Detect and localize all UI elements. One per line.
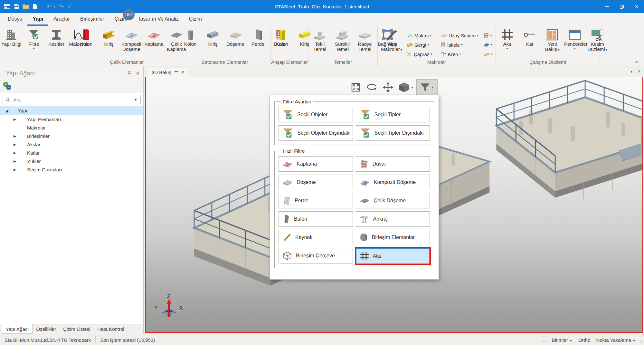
resize-grip[interactable] <box>639 340 643 344</box>
quick-filter-button-duvar[interactable]: Duvar <box>356 156 430 172</box>
ribbon-button-kesitler[interactable]: Kesitler <box>45 28 68 47</box>
restore-button[interactable] <box>614 0 629 13</box>
collapsed-arrow-icon[interactable]: ▶ <box>14 168 17 171</box>
undo-icon[interactable]: ↶ <box>47 4 52 10</box>
bottom-tab-hata-kontrol[interactable]: Hata Kontrol <box>94 324 128 334</box>
tabgroup-close-icon[interactable]: × <box>638 68 641 75</box>
quick-filter-button-kompozit-doseme[interactable]: Kompozit Döşeme <box>356 175 430 190</box>
new-document-icon[interactable] <box>33 4 37 10</box>
undo-dropdown-icon[interactable]: ▾ <box>54 5 55 8</box>
ribbon-button-kaplama[interactable]: Kaplama <box>143 28 165 47</box>
view-cube-button[interactable]: ▼ <box>396 80 416 95</box>
collapse-all-icon[interactable]: − <box>6 85 11 90</box>
ribbon-button-radye-temel[interactable]: Radye Temel <box>354 28 376 52</box>
ribbon-button-iskele[interactable]: İskele▾ <box>440 41 483 49</box>
tree-item-makrolar[interactable]: Makrolar <box>0 123 143 132</box>
yeni-bakis-dropdown-icon[interactable]: ▾ <box>558 48 559 52</box>
quick-filter-button-kaplama[interactable]: Kaplama <box>279 156 353 172</box>
tab-list-dropdown-icon[interactable]: ▼ <box>630 70 633 73</box>
ribbon-button-ahsap-kolon[interactable]: Kolon <box>271 28 293 47</box>
ribbon-button-yapi-makrolar[interactable]: Yapı Makrolar▾ <box>380 28 403 53</box>
ribbon-button-beton-kolon[interactable]: Kolon <box>179 28 202 47</box>
close-button[interactable] <box>629 0 644 13</box>
ribbon-button-capraz[interactable]: Çapraz▾ <box>406 50 440 58</box>
ribbon-button-makas[interactable]: Makas▾ <box>406 31 440 40</box>
orbit-button[interactable] <box>364 80 380 95</box>
units-toggle[interactable]: Birimler▼ <box>552 337 573 343</box>
filter-button-secili-objeler-disindaki[interactable]: Seçili Objeler Dışındaki <box>279 125 353 141</box>
ortho-toggle[interactable]: Ortho <box>578 337 591 343</box>
open-folder-icon[interactable] <box>23 4 29 9</box>
quick-filter-button-celik-doseme[interactable]: Çelik Döşeme <box>356 193 430 208</box>
ribbon-button-uzay-sistem[interactable]: Uzay Sistem▾ <box>440 31 483 40</box>
pin-icon[interactable] <box>127 71 131 76</box>
ribbon-button-yapi-bilgi[interactable]: Yapı Bilgi <box>0 28 23 47</box>
tab-close-icon[interactable]: × <box>181 71 184 74</box>
view-cube-dropdown-icon[interactable]: ▼ <box>411 86 414 89</box>
expanded-arrow-icon[interactable] <box>5 109 8 112</box>
tab-pin-icon[interactable] <box>174 70 178 74</box>
viewport-tab-3d-bakis[interactable]: 3D Bakış × <box>148 68 188 77</box>
panel-close-icon[interactable]: × <box>136 71 139 76</box>
quick-filter-button-birlesim-elemanlar[interactable]: Birleşim Elemanlar <box>356 230 430 245</box>
bottom-tab-ozellikler[interactable]: Özellikler <box>33 324 60 334</box>
filtre-dropdown-icon[interactable]: ▾ <box>33 47 34 50</box>
quick-filter-button-birlesim-cerceve[interactable]: Birleşim Çerçeve <box>279 248 353 264</box>
collapsed-arrow-icon[interactable]: ▶ <box>14 143 17 146</box>
ribbon-button-filtre[interactable]: Filtre ▾ <box>23 28 45 50</box>
tab-tasarim-ve-analiz[interactable]: Tasarım Ve Analiz <box>133 13 184 26</box>
quick-filter-button-ankraj[interactable]: Ankraj <box>356 211 430 227</box>
quick-filter-button-aks[interactable]: Aks <box>356 248 430 264</box>
ribbon-button-pencereler[interactable]: Pencereler ▾ <box>564 28 586 50</box>
minimize-button[interactable] <box>600 0 614 13</box>
filter-dropdown-icon[interactable]: ▼ <box>431 86 434 89</box>
units-dropdown-icon[interactable]: ▼ <box>569 339 573 342</box>
search-input[interactable] <box>13 97 134 103</box>
tree-item-akslar[interactable]: ▶Akslar <box>0 140 143 149</box>
tree-item-secim-gruplari[interactable]: ▶Seçim Gurupları <box>0 165 143 174</box>
quick-filter-button-kaynak[interactable]: Kaynak <box>279 230 353 245</box>
ribbon-button-gergi[interactable]: Gergi▾ <box>406 41 440 49</box>
tab-araclar[interactable]: Araçlar <box>48 13 75 26</box>
tree-item-birlesimler[interactable]: ▶Birleşimler <box>0 132 143 140</box>
customize-qat-icon[interactable]: ▼̅ <box>67 5 71 9</box>
yapi-makrolar-dropdown-icon[interactable]: ▾ <box>401 48 402 52</box>
tree-item-katlar[interactable]: ▶Katlar <box>0 149 143 157</box>
filter-button-secili-tipler-disindaki[interactable]: Seçili Tipler Dışındaki <box>356 125 430 141</box>
tab-dosya[interactable]: Dosya <box>3 13 27 26</box>
ribbon-button-beton-kiris[interactable]: Kiriş <box>202 28 224 47</box>
ribbon-button-celik-kiris[interactable]: Kiriş <box>98 28 120 47</box>
redo-icon[interactable]: ↷ <box>59 4 64 10</box>
collapsed-arrow-icon[interactable]: ▶ <box>14 151 17 155</box>
ribbon-button-doseme[interactable]: Döşeme <box>224 28 247 47</box>
ribbon-button-tekil-temel[interactable]: Tekil Temel <box>308 28 331 52</box>
ribbon-button-perde[interactable]: Perde <box>247 28 269 47</box>
tree-item-yapi[interactable]: Yapı <box>0 106 143 115</box>
quick-filter-button-perde[interactable]: Perde <box>279 193 353 208</box>
filter-button-secili-tipler[interactable]: Seçili Tipler <box>356 107 430 122</box>
tree-item-yukler[interactable]: ▶Yükler <box>0 157 143 165</box>
collapsed-arrow-icon[interactable]: ▶ <box>14 134 17 138</box>
tab-birlesimler[interactable]: Birleşimler <box>75 13 109 26</box>
filter-button[interactable]: ▼ <box>416 79 438 95</box>
ribbon-button-yeni-bakis[interactable]: Yeni Bakış▾ <box>541 28 564 53</box>
snap-toggle[interactable]: Nokta Yakalama▼ <box>596 337 636 343</box>
search-dropdown-icon[interactable]: ▼ <box>134 98 137 101</box>
save-icon[interactable] <box>14 4 19 10</box>
quick-filter-button-bulon[interactable]: Bulon <box>279 211 353 227</box>
aks-dropdown-icon[interactable]: ▾ <box>506 47 508 50</box>
tab-yapi[interactable]: Yapı <box>27 13 48 26</box>
collapsed-arrow-icon[interactable]: ▶ <box>14 118 17 121</box>
filter-button-secili-objeler[interactable]: Seçili Objeler <box>279 107 353 122</box>
quick-filter-button-doseme[interactable]: Döşeme <box>279 175 353 190</box>
3d-viewport[interactable]: ▼ ▼ Filtre Ayarları Seçili Objeler <box>145 77 643 333</box>
ribbon-collapse-icon[interactable] <box>634 59 639 65</box>
tab-cizim-2[interactable]: Çizim <box>184 13 207 26</box>
ribbon-button-kompozit-doseme[interactable]: Kompozit Döşeme <box>120 28 143 52</box>
snap-dropdown-icon[interactable]: ▼ <box>632 339 636 342</box>
collapsed-arrow-icon[interactable]: ▶ <box>14 159 17 163</box>
zoom-extents-button[interactable] <box>348 80 364 95</box>
pan-button[interactable] <box>380 80 396 95</box>
ribbon-button-aks[interactable]: Aks ▾ <box>496 28 518 50</box>
pencereler-dropdown-icon[interactable]: ▾ <box>574 47 575 50</box>
